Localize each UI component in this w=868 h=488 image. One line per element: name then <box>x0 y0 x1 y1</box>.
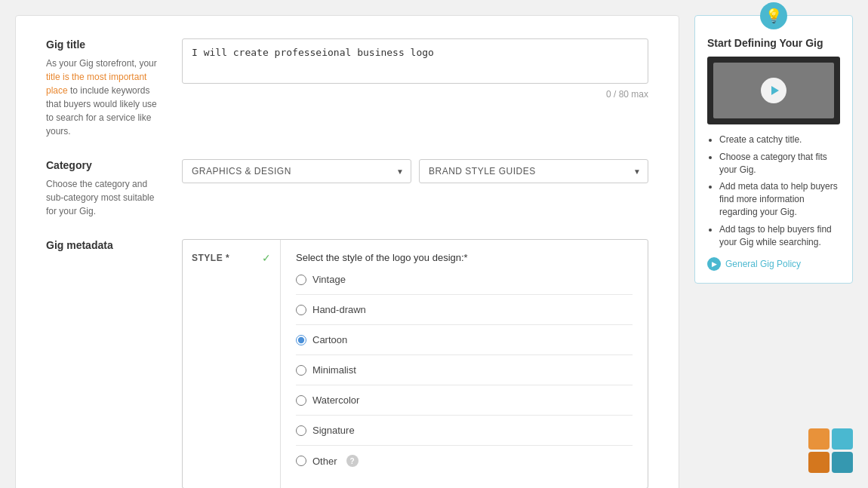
secondary-category-select[interactable]: BRAND STYLE GUIDES Logo Design Business … <box>419 159 648 183</box>
category-row: GRAPHICS & DESIGN Digital Marketing Writ… <box>182 159 648 183</box>
secondary-category-wrapper: BRAND STYLE GUIDES Logo Design Business … <box>419 159 648 183</box>
policy-icon: ▶ <box>707 257 721 271</box>
option-cartoon[interactable]: Cartoon <box>296 334 633 345</box>
option-signature-label: Signature <box>312 425 355 436</box>
option-watercolor[interactable]: Watercolor <box>296 394 633 406</box>
gig-title-section: Gig title As your Gig storefront, your t… <box>46 38 648 138</box>
general-gig-policy-link[interactable]: ▶ General Gig Policy <box>707 257 840 271</box>
gig-metadata-section: Gig metadata STYLE * ✓ Select the style … <box>46 239 648 488</box>
logo-block-teal-top <box>832 428 853 450</box>
metadata-box: STYLE * ✓ Select the style of the logo y… <box>182 239 648 488</box>
metadata-question: Select the style of the logo you design:… <box>296 252 633 263</box>
main-form: Gig title As your Gig storefront, your t… <box>15 15 679 488</box>
primary-category-select[interactable]: GRAPHICS & DESIGN Digital Marketing Writ… <box>182 159 411 183</box>
other-info-icon[interactable]: ? <box>346 455 359 467</box>
gig-title-label-area: Gig title As your Gig storefront, your t… <box>46 38 167 138</box>
option-hand-drawn[interactable]: Hand-drawn <box>296 304 633 315</box>
style-row: STYLE * ✓ <box>192 252 271 264</box>
sidebar: 💡 Start Defining Your Gig Create a catch… <box>694 15 853 488</box>
metadata-left-panel: STYLE * ✓ <box>183 240 281 488</box>
option-minimalist-label: Minimalist <box>312 364 356 376</box>
category-heading: Category <box>46 159 167 171</box>
option-signature[interactable]: Signature <box>296 425 633 436</box>
sidebar-title: Start Defining Your Gig <box>707 37 840 49</box>
check-icon: ✓ <box>262 252 271 264</box>
video-thumbnail[interactable] <box>707 57 840 124</box>
gig-metadata-label-area: Gig metadata <box>46 239 167 488</box>
lightbulb-icon: 💡 <box>760 2 787 29</box>
category-description: Choose the category and sub-category mos… <box>46 177 167 218</box>
category-label-area: Category Choose the category and sub-cat… <box>46 159 167 218</box>
logo-block-teal-bottom <box>832 452 853 473</box>
tip-3: Add meta data to help buyers find more i… <box>719 180 840 218</box>
gig-title-description: As your Gig storefront, your title is th… <box>46 57 167 138</box>
gig-metadata-heading: Gig metadata <box>46 239 167 251</box>
option-watercolor-label: Watercolor <box>312 394 359 406</box>
tip-4: Add tags to help buyers find your Gig wh… <box>719 223 840 249</box>
tip-2: Choose a category that fits your Gig. <box>719 151 840 176</box>
option-minimalist[interactable]: Minimalist <box>296 364 633 376</box>
gig-title-content: I will create professeional business log… <box>182 38 648 138</box>
option-vintage[interactable]: Vintage <box>296 274 633 285</box>
logo-teal-group <box>832 428 853 473</box>
char-count: 0 / 80 max <box>182 89 648 100</box>
metadata-right-panel: Select the style of the logo you design:… <box>281 240 648 488</box>
logo-left-group <box>808 428 853 473</box>
tip-1: Create a catchy title. <box>719 134 840 146</box>
option-cartoon-label: Cartoon <box>312 334 347 345</box>
option-other[interactable]: Other ? <box>296 455 633 467</box>
policy-link-label: General Gig Policy <box>725 259 801 269</box>
tips-list: Create a catchy title. Choose a category… <box>707 134 840 248</box>
gig-title-input[interactable]: I will create professeional business log… <box>182 38 648 84</box>
category-content: GRAPHICS & DESIGN Digital Marketing Writ… <box>182 159 648 218</box>
option-vintage-label: Vintage <box>312 274 346 285</box>
style-label: STYLE * <box>192 253 229 263</box>
gig-title-heading: Gig title <box>46 38 167 51</box>
play-button[interactable] <box>761 78 786 103</box>
category-section: Category Choose the category and sub-cat… <box>46 159 648 218</box>
primary-category-wrapper: GRAPHICS & DESIGN Digital Marketing Writ… <box>182 159 411 183</box>
option-hand-drawn-label: Hand-drawn <box>312 304 366 315</box>
gig-metadata-content: STYLE * ✓ Select the style of the logo y… <box>182 239 648 488</box>
logo-block-orange-top <box>808 428 830 450</box>
sidebar-card: 💡 Start Defining Your Gig Create a catch… <box>694 15 853 284</box>
logo-orange-group <box>808 428 830 473</box>
option-other-label: Other <box>312 456 337 467</box>
fiverr-logo <box>808 428 853 473</box>
logo-block-orange-bottom <box>808 452 830 473</box>
